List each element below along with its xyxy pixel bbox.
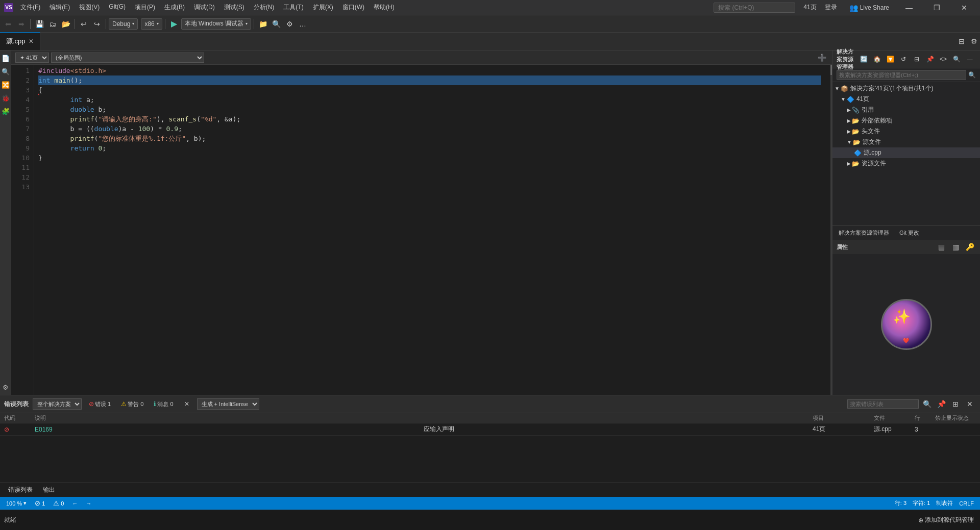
tb-open-folder-button[interactable]: 📁 <box>257 18 269 30</box>
se-sync-icon[interactable]: 🔄 <box>857 53 870 65</box>
tb-undo-button[interactable]: ↩ <box>78 18 90 30</box>
panel-settings-icon[interactable]: ⚙ <box>968 32 980 50</box>
menu-window[interactable]: 窗口(W) <box>338 1 369 14</box>
tb-save-button[interactable]: 💾 <box>33 18 45 30</box>
menu-project[interactable]: 项目(P) <box>131 1 159 14</box>
maximize-button[interactable]: ❐ <box>925 0 948 15</box>
run-config-dropdown[interactable]: 本地 Windows 调试器 ▾ <box>181 18 251 30</box>
error-panel-float-icon[interactable]: ⊞ <box>949 398 962 410</box>
zoom-status[interactable]: 100 % ▾ <box>4 500 29 507</box>
tb-redo-button[interactable]: ↪ <box>91 18 103 30</box>
git-add-button[interactable]: ⊕ 添加到源代码管理 <box>916 516 976 524</box>
error-count-badge[interactable]: ⊘ 错误 1 <box>86 399 114 409</box>
activity-debug-icon[interactable]: 🐞 <box>0 92 11 104</box>
se-refresh-icon[interactable]: ↺ <box>897 53 910 65</box>
col-status[interactable]: 字符: 1 <box>911 499 932 507</box>
code-editor[interactable]: #include<stdio.h> int main(); { int a; d… <box>34 65 825 395</box>
row-status[interactable]: 行: 3 <box>893 499 909 507</box>
global-search-input[interactable] <box>714 3 795 13</box>
se-node-extdeps[interactable]: ▶ 📂 外部依赖项 <box>832 115 980 126</box>
tb-open-button[interactable]: 📂 <box>60 18 72 30</box>
menu-tools[interactable]: 工具(T) <box>279 1 307 14</box>
error-scope-dropdown[interactable]: 整个解决方案 <box>33 398 82 410</box>
prop-sort-icon[interactable]: ▥ <box>949 241 962 253</box>
platform-dropdown[interactable]: x86 ▾ <box>141 18 162 30</box>
se-collapse-icon[interactable]: ⊟ <box>911 53 923 65</box>
activity-search-icon[interactable]: 🔍 <box>0 66 11 77</box>
vertical-scrollbar[interactable] <box>825 65 832 395</box>
close-button[interactable]: ✕ <box>952 0 976 15</box>
menu-test[interactable]: 测试(S) <box>220 1 249 14</box>
panel-collapse-button[interactable]: ⊟ <box>955 32 968 50</box>
tab-source-cpp[interactable]: 源.cpp ✕ <box>0 32 40 50</box>
se-home-icon[interactable]: 🏠 <box>871 53 883 65</box>
warning-status[interactable]: ⚠ 0 <box>51 499 66 507</box>
se-file-source-cpp[interactable]: 🔷 源.cpp <box>832 147 980 158</box>
build-filter-dropdown[interactable]: 生成 + IntelliSense <box>197 398 259 410</box>
tb-saveall-button[interactable]: 🗂 <box>46 18 59 30</box>
nav-back-status[interactable]: ← <box>70 500 80 507</box>
error-status[interactable]: ⊘ 1 <box>33 499 47 507</box>
se-search-input[interactable] <box>837 70 966 80</box>
live-share-icon: 👥 <box>849 4 858 12</box>
tb-settings-button[interactable]: ⚙ <box>283 18 296 30</box>
activity-git-icon[interactable]: 🔀 <box>0 79 11 90</box>
se-node-ref[interactable]: ▶ 📎 引用 <box>832 105 980 115</box>
filter-icon[interactable]: ✕ <box>181 398 193 410</box>
se-tab-solution[interactable]: 解决方案资源管理器 <box>835 228 893 238</box>
tab-close-icon[interactable]: ✕ <box>29 38 34 45</box>
prop-key-icon[interactable]: 🔑 <box>964 241 976 253</box>
panel-tab-output[interactable]: 输出 <box>39 485 59 495</box>
menu-debug[interactable]: 调试(D) <box>190 1 219 14</box>
code-line-6: printf("请输入您的身高:"), scanf_s("%d", &a); <box>38 114 821 124</box>
menu-extensions[interactable]: 扩展(X) <box>309 1 337 14</box>
menu-analyze[interactable]: 分析(N) <box>250 1 279 14</box>
prop-grid-icon[interactable]: ▤ <box>935 241 947 253</box>
error-panel-pin-icon[interactable]: 📌 <box>935 398 947 410</box>
se-code-icon[interactable]: <> <box>937 53 949 65</box>
minimize-button[interactable]: — <box>897 0 921 15</box>
tb-search-button[interactable]: 🔍 <box>270 18 282 30</box>
error-panel-close-icon[interactable]: ✕ <box>964 398 976 410</box>
menu-file[interactable]: 文件(F) <box>16 1 44 14</box>
tb-fwd-button[interactable]: ➡ <box>15 18 28 30</box>
editor-add-button[interactable]: ➕ <box>816 52 828 64</box>
tb-more-button[interactable]: … <box>297 18 309 30</box>
menu-help[interactable]: 帮助(H) <box>370 1 399 14</box>
table-row[interactable]: ⊘ E0169 应输入声明 41页 源.cpp 3 <box>0 423 980 436</box>
activity-settings-icon[interactable]: ⚙ <box>0 382 11 393</box>
login-button[interactable]: 登录 <box>821 1 841 14</box>
se-node-src[interactable]: ▼ 📂 源文件 <box>832 137 980 147</box>
tb-back-button[interactable]: ⬅ <box>2 18 14 30</box>
panel-tab-errors[interactable]: 错误列表 <box>4 485 37 495</box>
se-project-node[interactable]: ▼ 🔷 41页 <box>832 94 980 105</box>
se-search-btn-icon[interactable]: 🔍 <box>968 71 976 79</box>
scope-nav-dropdown[interactable]: (全局范围) <box>51 53 204 63</box>
menu-edit[interactable]: 编辑(E) <box>45 1 74 14</box>
row-code[interactable]: E0169 <box>35 426 424 433</box>
error-search-input[interactable] <box>847 399 919 409</box>
file-nav-dropdown[interactable]: ✦ 41页 <box>15 53 49 63</box>
menu-view[interactable]: 视图(V) <box>75 1 104 14</box>
menu-build[interactable]: 生成(B) <box>160 1 189 14</box>
info-count-badge[interactable]: ℹ 消息 0 <box>151 399 176 409</box>
se-filter-icon[interactable]: 🔽 <box>884 53 896 65</box>
warning-count-badge[interactable]: ⚠ 警告 0 <box>118 399 146 409</box>
tab-status[interactable]: 制表符 <box>934 499 955 507</box>
activity-ext-icon[interactable]: 🧩 <box>0 106 11 117</box>
menu-git[interactable]: Git(G) <box>105 1 130 14</box>
se-solution-node[interactable]: ▼ 📦 解决方案'41页'(1个项目/共1个) <box>832 83 980 94</box>
tb-run-button[interactable]: ▶ <box>168 18 180 30</box>
se-close-icon[interactable]: — <box>964 53 976 65</box>
se-tab-git[interactable]: Git 更改 <box>895 228 923 238</box>
error-search-btn[interactable]: 🔍 <box>921 398 933 410</box>
encoding-status[interactable]: CRLF <box>957 499 976 507</box>
activity-explorer-icon[interactable]: 📄 <box>0 53 11 64</box>
se-node-headers[interactable]: ▶ 📂 头文件 <box>832 126 980 137</box>
debug-config-dropdown[interactable]: Debug ▾ <box>109 18 138 30</box>
live-share-button[interactable]: 👥 Live Share <box>845 2 893 14</box>
se-pin-icon[interactable]: 📌 <box>924 53 936 65</box>
nav-fwd-status[interactable]: → <box>84 500 93 507</box>
se-node-resources[interactable]: ▶ 📂 资源文件 <box>832 158 980 169</box>
se-search-icon[interactable]: 🔍 <box>950 53 963 65</box>
